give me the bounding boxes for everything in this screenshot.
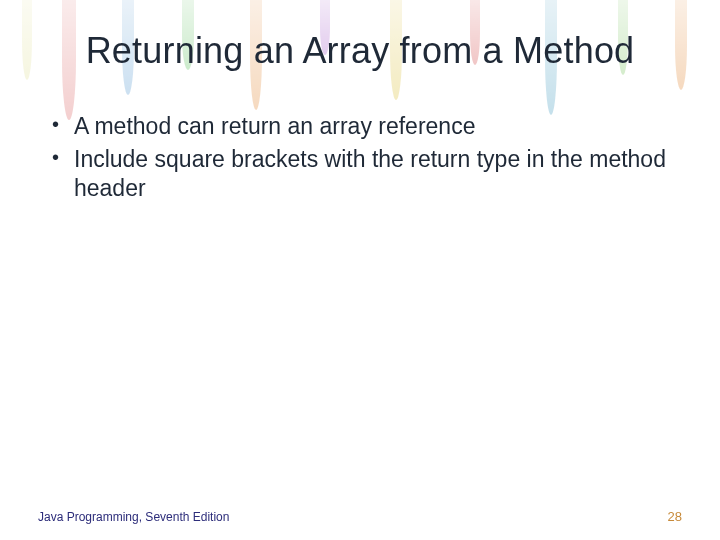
footer-book-title: Java Programming, Seventh Edition: [38, 510, 229, 524]
footer-page-number: 28: [668, 509, 682, 524]
slide-footer: Java Programming, Seventh Edition 28: [38, 509, 682, 524]
slide-content: Returning an Array from a Method A metho…: [0, 0, 720, 540]
bullet-item: A method can return an array reference: [52, 112, 682, 141]
slide-title: Returning an Array from a Method: [38, 30, 682, 72]
bullet-item: Include square brackets with the return …: [52, 145, 682, 203]
bullet-list: A method can return an array referenceIn…: [38, 112, 682, 202]
